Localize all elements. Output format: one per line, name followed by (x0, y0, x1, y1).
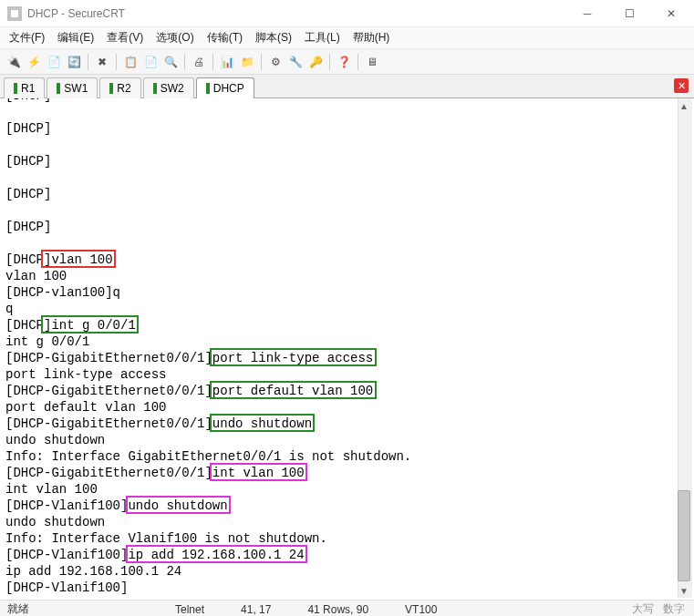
status-dot-icon (57, 83, 60, 94)
svg-rect-1 (10, 9, 19, 18)
tool-print-icon[interactable]: 🖨 (191, 54, 207, 70)
minimize-button[interactable]: ─ (566, 1, 608, 26)
tool-disconnect-icon[interactable]: ✖ (94, 54, 110, 70)
separator (116, 54, 117, 70)
tool-connect-icon[interactable]: 🔌 (5, 54, 22, 70)
menu-options[interactable]: 选项(O) (156, 30, 193, 46)
status-ready: 就绪 (7, 601, 29, 616)
separator (357, 54, 358, 70)
titlebar: DHCP - SecureCRT ─ ☐ ✕ (0, 0, 694, 27)
tool-help-icon[interactable]: ❓ (336, 54, 352, 70)
separator (261, 54, 262, 70)
menu-tools[interactable]: 工具(L) (305, 30, 340, 46)
status-right: 大写 数字 (632, 601, 685, 616)
separator (184, 54, 185, 70)
status-dot-icon (206, 83, 210, 94)
tool-paste-icon[interactable]: 📄 (142, 54, 159, 70)
status-dot-icon (153, 83, 157, 94)
separator (329, 54, 330, 70)
tool-reconnect-icon[interactable]: 🔄 (66, 54, 82, 70)
menu-script[interactable]: 脚本(S) (255, 30, 292, 46)
status-dot-icon (14, 83, 17, 94)
tool-quick-icon[interactable]: ⚡ (26, 54, 42, 70)
app-icon (7, 6, 22, 21)
window-title: DHCP - SecureCRT (27, 7, 566, 20)
scroll-down-icon[interactable]: ▼ (678, 583, 690, 598)
menu-edit[interactable]: 编辑(E) (57, 30, 94, 46)
tool-settings-icon[interactable]: 🔧 (287, 54, 304, 70)
separator (212, 54, 213, 70)
tab-label: SW1 (64, 82, 88, 95)
scrollbar-track[interactable]: ▲ ▼ (678, 98, 692, 598)
menu-help[interactable]: 帮助(H) (353, 30, 390, 46)
toolbar: 🔌 ⚡ 📄 🔄 ✖ 📋 📄 🔍 🖨 📊 📁 ⚙ 🔧 🔑 ❓ 🖥 (0, 49, 694, 75)
window-controls: ─ ☐ ✕ (566, 1, 692, 26)
tab-label: DHCP (213, 82, 244, 95)
tool-x-icon[interactable]: 🖥 (364, 54, 380, 70)
status-protocol: Telnet (175, 603, 204, 616)
menu-file[interactable]: 文件(F) (9, 30, 45, 46)
menu-transfer[interactable]: 传输(T) (207, 30, 243, 46)
tab-label: SW2 (161, 82, 184, 95)
maximize-button[interactable]: ☐ (608, 1, 650, 26)
status-term-size: 41 Rows, 90 (307, 603, 368, 616)
status-cursor-pos: 41, 17 (241, 603, 271, 616)
status-caps: 大写 (632, 602, 654, 615)
separator (88, 54, 88, 70)
tab-sw2[interactable]: SW2 (143, 77, 194, 98)
statusbar: 就绪 Telnet 41, 17 41 Rows, 90 VT100 大写 数字 (0, 600, 694, 616)
scroll-thumb[interactable] (678, 490, 690, 581)
tool-find-icon[interactable]: 🔍 (162, 54, 179, 70)
tool-b-icon[interactable]: 📁 (239, 54, 255, 70)
tool-key-icon[interactable]: 🔑 (307, 54, 324, 70)
tool-copy-icon[interactable]: 📋 (122, 54, 139, 70)
menubar: 文件(F) 编辑(E) 查看(V) 选项(O) 传输(T) 脚本(S) 工具(L… (0, 27, 694, 49)
tab-close-icon[interactable]: ✕ (674, 78, 689, 93)
tab-r2[interactable]: R2 (99, 77, 140, 98)
tab-dhcp[interactable]: DHCP (196, 77, 254, 98)
scroll-up-icon[interactable]: ▲ (678, 98, 690, 113)
status-term-type: VT100 (405, 603, 437, 616)
tool-properties-icon[interactable]: ⚙ (267, 54, 284, 70)
close-button[interactable]: ✕ (650, 1, 692, 26)
tool-a-icon[interactable]: 📊 (219, 54, 235, 70)
tab-label: R1 (21, 82, 35, 95)
menu-view[interactable]: 查看(V) (107, 30, 143, 46)
tabbar: R1 SW1 R2 SW2 DHCP ✕ (0, 75, 694, 98)
terminal-output: [DHCP] [DHCP] [DHCP] [DHCP] [DHCP] [DHCP… (0, 98, 694, 600)
tab-label: R2 (117, 82, 130, 95)
terminal-area[interactable]: [DHCP] [DHCP] [DHCP] [DHCP] [DHCP] [DHCP… (0, 98, 694, 600)
tool-session-icon[interactable]: 📄 (46, 54, 62, 70)
status-num: 数字 (663, 602, 685, 615)
tab-r1[interactable]: R1 (4, 77, 45, 98)
tab-sw1[interactable]: SW1 (47, 77, 98, 98)
status-dot-icon (109, 83, 113, 94)
